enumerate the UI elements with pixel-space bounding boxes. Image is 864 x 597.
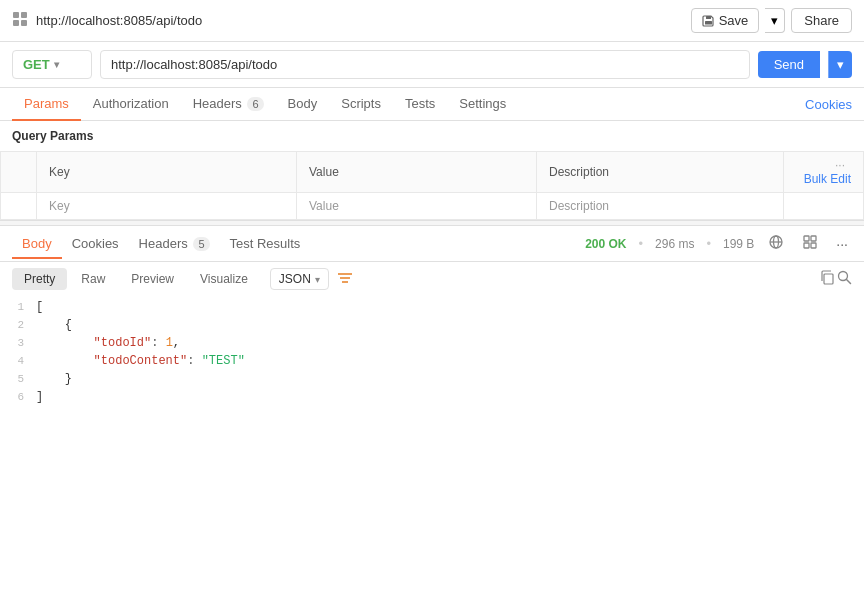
copy-icon: [820, 270, 835, 285]
tab-body[interactable]: Body: [276, 88, 330, 121]
method-chevron-icon: ▾: [54, 59, 59, 70]
svg-rect-4: [706, 16, 711, 19]
filter-icon: [337, 271, 353, 285]
svg-rect-9: [804, 236, 809, 241]
grid-icon: [12, 11, 28, 30]
svg-rect-10: [811, 236, 816, 241]
save-button[interactable]: Save: [691, 8, 760, 33]
col-key-header: Key: [37, 152, 297, 193]
row-key-cell[interactable]: Key: [37, 193, 297, 220]
response-tab-test-results[interactable]: Test Results: [220, 230, 311, 259]
svg-rect-0: [13, 12, 19, 18]
line-num-6: 6: [0, 390, 36, 408]
copy-button[interactable]: [820, 270, 835, 288]
line-num-3: 3: [0, 336, 36, 354]
url-input[interactable]: [100, 50, 750, 79]
tab-tests[interactable]: Tests: [393, 88, 447, 121]
search-button[interactable]: [837, 270, 852, 288]
response-headers-badge: 5: [193, 237, 209, 251]
globe-icon-button[interactable]: [764, 230, 788, 257]
response-tab-headers[interactable]: Headers 5: [129, 230, 220, 259]
dot-2: •: [706, 236, 711, 251]
svg-rect-11: [804, 243, 809, 248]
format-chevron-icon: ▾: [315, 274, 320, 285]
code-line-1: 1 [: [0, 300, 864, 318]
request-tabs: Params Authorization Headers 6 Body Scri…: [0, 88, 864, 121]
response-tab-body[interactable]: Body: [12, 230, 62, 259]
line-num-1: 1: [0, 300, 36, 318]
svg-rect-12: [811, 243, 816, 248]
bottom-panel: Body Cookies Headers 5 Test Results 200 …: [0, 226, 864, 412]
tab-scripts[interactable]: Scripts: [329, 88, 393, 121]
query-params-title: Query Params: [0, 121, 864, 151]
send-button[interactable]: Send: [758, 51, 820, 78]
fmt-raw-button[interactable]: Raw: [69, 268, 117, 290]
code-line-3: 3 "todoId": 1,: [0, 336, 864, 354]
code-line-5: 5 }: [0, 372, 864, 390]
svg-rect-5: [705, 21, 712, 25]
col-check-header: [1, 152, 37, 193]
line-content-3: "todoId": 1,: [36, 336, 864, 354]
save-icon: [702, 14, 715, 27]
code-line-4: 4 "todoContent": "TEST": [0, 354, 864, 372]
response-tab-cookies[interactable]: Cookies: [62, 230, 129, 259]
method-label: GET: [23, 57, 50, 72]
tab-settings[interactable]: Settings: [447, 88, 518, 121]
col-actions-header: ··· Bulk Edit: [784, 152, 864, 193]
svg-rect-3: [21, 20, 27, 26]
status-badge: 200 OK: [585, 237, 626, 251]
tab-params[interactable]: Params: [12, 88, 81, 121]
fmt-pretty-button[interactable]: Pretty: [12, 268, 67, 290]
line-num-2: 2: [0, 318, 36, 336]
table-row: Key Value Description: [1, 193, 864, 220]
headers-badge: 6: [247, 97, 263, 111]
expand-icon-button[interactable]: [798, 230, 822, 257]
tab-authorization[interactable]: Authorization: [81, 88, 181, 121]
fmt-preview-button[interactable]: Preview: [119, 268, 186, 290]
format-selector[interactable]: JSON ▾: [270, 268, 329, 290]
send-dropdown-button[interactable]: ▾: [828, 51, 852, 78]
search-icon: [837, 270, 852, 285]
svg-rect-2: [13, 20, 19, 26]
format-bar: Pretty Raw Preview Visualize JSON ▾: [0, 262, 864, 296]
params-table: Key Value Description ··· Bulk Edit Key …: [0, 151, 864, 220]
globe-icon: [768, 234, 784, 250]
expand-icon: [802, 234, 818, 250]
more-options-button[interactable]: ···: [832, 232, 852, 256]
line-content-1: [: [36, 300, 864, 318]
svg-rect-16: [824, 274, 833, 284]
response-size: 199 B: [723, 237, 754, 251]
response-tabs: Body Cookies Headers 5 Test Results 200 …: [0, 226, 864, 262]
top-url-display: http://localhost:8085/api/todo: [36, 13, 691, 28]
top-actions: Save ▾ Share: [691, 8, 852, 33]
response-code-area: 1 [ 2 { 3 "todoId": 1, 4 "todoContent": …: [0, 296, 864, 412]
method-select[interactable]: GET ▾: [12, 50, 92, 79]
format-label: JSON: [279, 272, 311, 286]
row-desc-cell[interactable]: Description: [537, 193, 784, 220]
svg-line-18: [847, 280, 851, 284]
col-value-header: Value: [297, 152, 537, 193]
response-time: 296 ms: [655, 237, 694, 251]
cookies-link[interactable]: Cookies: [805, 89, 852, 120]
fmt-visualize-button[interactable]: Visualize: [188, 268, 260, 290]
tab-headers[interactable]: Headers 6: [181, 88, 276, 121]
code-line-2: 2 {: [0, 318, 864, 336]
row-checkbox-cell: [1, 193, 37, 220]
filter-icon-button[interactable]: [337, 271, 353, 288]
save-label: Save: [719, 13, 749, 28]
status-area: 200 OK • 296 ms • 199 B ···: [585, 230, 852, 257]
line-num-4: 4: [0, 354, 36, 372]
top-bar: http://localhost:8085/api/todo Save ▾ Sh…: [0, 0, 864, 42]
more-dots-icon: ···: [835, 158, 845, 172]
save-dropdown-button[interactable]: ▾: [765, 8, 785, 33]
row-value-cell[interactable]: Value: [297, 193, 537, 220]
share-button[interactable]: Share: [791, 8, 852, 33]
code-line-6: 6 ]: [0, 390, 864, 408]
col-desc-header: Description: [537, 152, 784, 193]
line-content-2: {: [36, 318, 864, 336]
svg-rect-1: [21, 12, 27, 18]
request-bar: GET ▾ Send ▾: [0, 42, 864, 88]
line-content-5: }: [36, 372, 864, 390]
line-content-4: "todoContent": "TEST": [36, 354, 864, 372]
bulk-edit-button[interactable]: Bulk Edit: [804, 172, 851, 186]
